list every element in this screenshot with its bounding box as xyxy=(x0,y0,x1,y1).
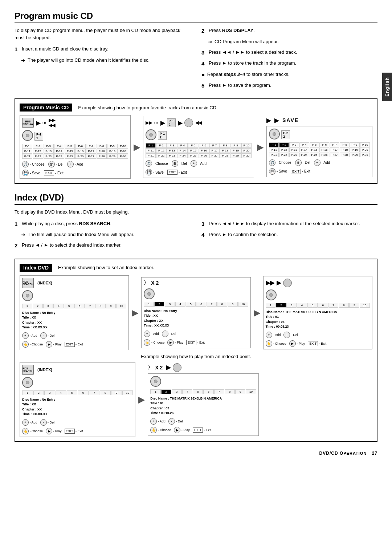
ic-1-7: 7 xyxy=(85,304,95,308)
tc-2-25: P-25 xyxy=(188,153,198,158)
exit-btn-2: EXIT xyxy=(167,170,177,175)
idx2-play-2: ▶ - Play xyxy=(174,427,190,433)
tc-3-18: P-18 xyxy=(340,147,350,152)
disc-icon-1 xyxy=(22,130,33,141)
idx2-play-1: ▶ - Play xyxy=(46,428,62,434)
p-indicator-1: P-11 xyxy=(34,132,43,141)
idx2-exit-btn-2: EXIT xyxy=(193,428,203,433)
tc-2-12: P-12 xyxy=(156,148,166,153)
idx2-chapter-2: Chapter : 03 xyxy=(150,406,256,411)
idx2-del-btn-1: - xyxy=(40,419,47,426)
del-icon-2: 🗑 - Del xyxy=(172,160,187,167)
tc-3-19: P-19 xyxy=(350,147,360,152)
idx-del-2: - - Del xyxy=(162,331,176,337)
idx2-choose-btn-1: 👆 xyxy=(22,428,29,434)
index-label-1: (INDEX) xyxy=(37,281,52,285)
idx-choose-btn-1: 👆 xyxy=(22,341,29,348)
ic2-1-3: 3 xyxy=(44,390,55,395)
index-step-num-3: 3 xyxy=(201,220,207,228)
panel2-arrow: ▶ xyxy=(160,119,165,126)
program-cd-step5: 5 Press ► to save the program. xyxy=(201,82,377,90)
ic2-1-7: 7 xyxy=(89,390,100,395)
tc-1-17: P-17 xyxy=(86,149,96,154)
ic-3-1: 1 xyxy=(266,303,276,308)
idx-exit-1: EXIT - Exit xyxy=(65,343,83,346)
tc-2-13: P-13 xyxy=(167,148,177,153)
ic-2-9: 9 xyxy=(228,302,238,307)
rds-btn: RDSDISPLAY xyxy=(22,118,34,128)
index-step-text-3: Press ◄◄ / ►► to display the information… xyxy=(209,220,377,227)
idx-time-3: Time : 00.08.23 xyxy=(266,324,370,329)
idx2b-x2: X 2 xyxy=(155,365,163,370)
idx2b-play: ▶ xyxy=(166,364,171,371)
step-text-2: Press RDS DISPLAY. xyxy=(209,27,377,34)
ic-2-2: 2 xyxy=(154,302,164,307)
arrow-idx-1-2: ▶ xyxy=(132,308,138,318)
idx-del-3: - - Del xyxy=(283,332,298,338)
exit-icon-3: EXIT - Exit xyxy=(291,169,310,174)
footer-text: DVD/CD OPERATION 27 xyxy=(319,451,377,456)
tc-3-25: P-25 xyxy=(310,153,319,157)
idx2-footer-2b: 👆 - Choose ▶ - Play EXIT - Exit xyxy=(150,427,256,433)
save-btn-1: 💾 xyxy=(22,170,29,176)
del-icon-3: 🗑 - Del xyxy=(295,159,310,166)
tc-2-8: P-8 xyxy=(220,143,230,148)
tc-2-1: P-1 xyxy=(146,143,156,148)
idx-del-btn-1: - xyxy=(40,332,47,339)
tc-1-21: P-21 xyxy=(22,154,32,159)
idx-exit-btn-2: EXIT xyxy=(186,340,196,345)
tc-1-24: P-24 xyxy=(54,154,64,159)
idx2-choose-1: 👆 - Choose xyxy=(22,428,43,434)
index-step2: 2 Press ◄ / ► to select the desired inde… xyxy=(15,242,191,250)
ic-1-1: 1 xyxy=(22,304,32,308)
idx2b-caret: 〉 xyxy=(148,364,153,371)
arrow-icon-index1: ➜ xyxy=(21,231,25,239)
page-number: 27 xyxy=(372,451,377,456)
tc-2-10: P-10 xyxy=(241,143,252,148)
ic2-1-1: 1 xyxy=(22,390,33,395)
tc-2-15: P-15 xyxy=(188,148,198,153)
ic2-2-10: 10 xyxy=(246,389,256,394)
tc-3-1: P-1 xyxy=(269,142,279,147)
ic-1-3: 3 xyxy=(43,304,53,308)
idx3-ff: ▶▶ xyxy=(266,279,274,286)
tc-1-20: P-20 xyxy=(118,149,128,154)
idx2-b-top-outer: 〉 X 2 ▶ xyxy=(148,363,258,372)
idx-panel-2: 〉 X 2 1 2 3 4 5 6 7 8 9 10 Disc Name : N… xyxy=(141,277,250,348)
step1-arrow-text: The player will go into CD mode when it … xyxy=(28,57,150,64)
tc-1-30: P-30 xyxy=(118,154,128,159)
panel2-controls: ▶▶ or ▶ P-12 ▶ ◀◀ xyxy=(146,118,252,127)
idx-play-btn-3: ▶ xyxy=(289,340,296,347)
ic-2-4: 4 xyxy=(175,302,185,307)
footer-label2: PERATION xyxy=(343,451,367,455)
index-demo-panels-2: RDSSEARCH (INDEX) 1 2 3 4 5 6 7 8 9 10 D… xyxy=(20,362,372,437)
ic-3-6: 6 xyxy=(318,303,328,308)
idx-add-btn-2: + xyxy=(144,331,150,337)
tc-1-18: P-18 xyxy=(97,149,107,154)
tc-3-30: P-30 xyxy=(360,153,370,157)
ic2-2-4: 4 xyxy=(182,389,192,394)
idx2-add-2: + - Add xyxy=(150,418,166,425)
add-btn-1: + xyxy=(67,161,74,167)
idx-info-1: Disc Name : No Entry Title : XX Chapter … xyxy=(22,311,126,330)
ic-1-5: 5 xyxy=(64,304,74,308)
index-dvd-demo-box: Index DVD Example showing how to set an … xyxy=(15,259,377,442)
tc-2-26: P-26 xyxy=(199,153,209,158)
program-cd-step3: 3 Press ◄◄ / ►► to select a desired trac… xyxy=(201,49,377,57)
ic2-2-3: 3 xyxy=(172,389,182,394)
ic2-2-6: 6 xyxy=(203,389,213,394)
program-cd-right: 2 Press RDS DISPLAY. ➜ CD Program Menu w… xyxy=(201,27,377,93)
idx-del-1: - - Del xyxy=(40,332,55,339)
add-icon-2: + - Add xyxy=(191,160,207,167)
panel3-footer2: 💾 - Save EXIT - Exit xyxy=(269,168,370,175)
save-area: ▶ ▶ SAVE xyxy=(266,117,372,124)
idx-exit-btn-3: EXIT xyxy=(308,341,318,346)
idx-play-1: ▶ - Play xyxy=(46,341,62,348)
ic-1-8: 8 xyxy=(95,304,106,308)
ic-1-2: 2 xyxy=(33,304,43,308)
index-step4: 4 Press ► to confirm the selection. xyxy=(201,231,377,239)
ic2-2-9: 9 xyxy=(235,389,245,394)
ff-rw-group: ▶▶ ◀◀ xyxy=(49,118,55,128)
tc-3-29: P-29 xyxy=(350,153,360,157)
save-btn-3: 💾 xyxy=(269,168,275,175)
